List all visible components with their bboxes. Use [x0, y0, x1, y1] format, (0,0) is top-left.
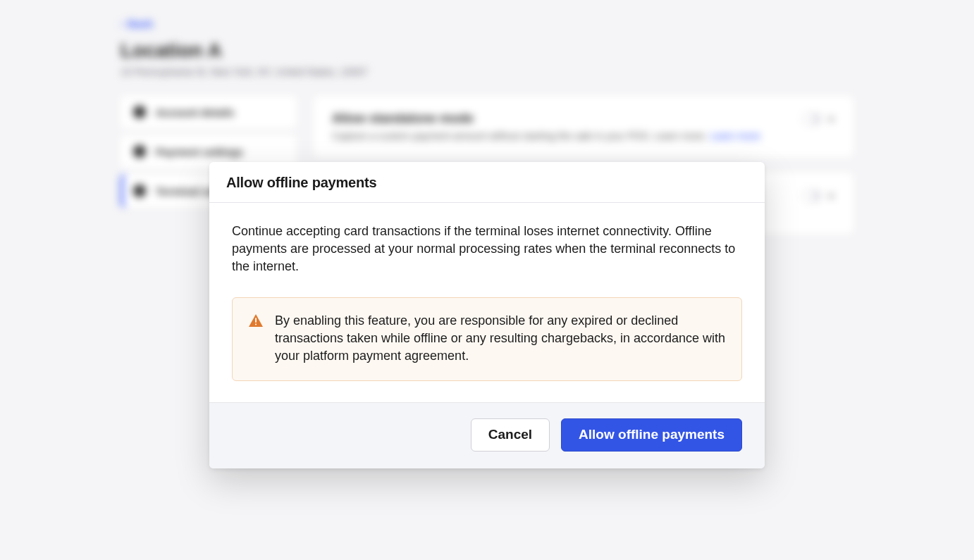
- dialog-body: Continue accepting card transactions if …: [209, 203, 765, 402]
- confirm-button[interactable]: Allow offline payments: [561, 418, 742, 452]
- warning-text: By enabling this feature, you are respon…: [275, 312, 726, 364]
- dialog-description: Continue accepting card transactions if …: [232, 223, 742, 275]
- warning-triangle-icon: [248, 312, 264, 364]
- dialog-title: Allow offline payments: [226, 175, 748, 191]
- svg-rect-1: [255, 324, 257, 325]
- dialog-header: Allow offline payments: [209, 162, 765, 203]
- svg-rect-0: [255, 318, 257, 323]
- cancel-button[interactable]: Cancel: [471, 418, 550, 452]
- dialog-footer: Cancel Allow offline payments: [209, 402, 765, 468]
- warning-alert: By enabling this feature, you are respon…: [232, 297, 742, 380]
- allow-offline-payments-dialog: Allow offline payments Continue acceptin…: [209, 162, 765, 468]
